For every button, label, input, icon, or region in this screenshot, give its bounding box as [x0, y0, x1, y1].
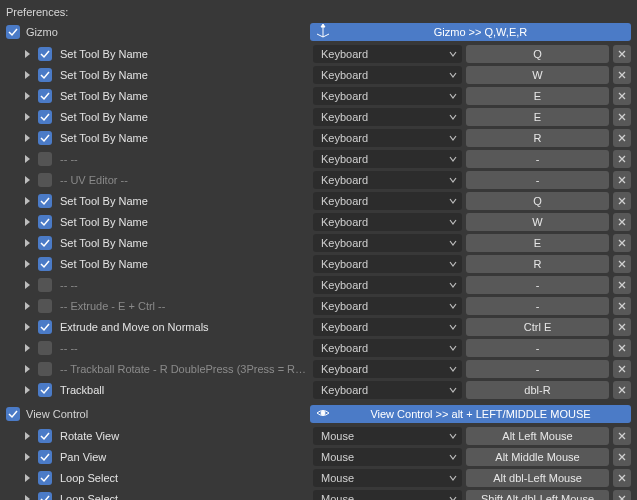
- delete-button[interactable]: [613, 45, 631, 63]
- shortcut-button[interactable]: R: [466, 255, 609, 273]
- row-checkbox[interactable]: [38, 320, 52, 334]
- shortcut-button[interactable]: Shift Alt dbl-Left Mouse: [466, 490, 609, 500]
- row-checkbox[interactable]: [38, 89, 52, 103]
- device-select[interactable]: Keyboard: [313, 87, 462, 105]
- row-checkbox[interactable]: [38, 236, 52, 250]
- shortcut-button[interactable]: R: [466, 129, 609, 147]
- expand-toggle[interactable]: [20, 362, 34, 376]
- row-checkbox[interactable]: [38, 429, 52, 443]
- shortcut-button[interactable]: Q: [466, 45, 609, 63]
- device-select[interactable]: Keyboard: [313, 255, 462, 273]
- delete-button[interactable]: [613, 276, 631, 294]
- shortcut-button[interactable]: -: [466, 360, 609, 378]
- shortcut-button[interactable]: E: [466, 87, 609, 105]
- section-banner-viewcontrol[interactable]: View Control >> alt + LEFT/MIDDLE MOUSE: [310, 405, 631, 423]
- shortcut-button[interactable]: Alt dbl-Left Mouse: [466, 469, 609, 487]
- delete-button[interactable]: [613, 234, 631, 252]
- row-checkbox[interactable]: [38, 68, 52, 82]
- delete-button[interactable]: [613, 469, 631, 487]
- expand-toggle[interactable]: [20, 278, 34, 292]
- delete-button[interactable]: [613, 129, 631, 147]
- device-select[interactable]: Mouse: [313, 469, 462, 487]
- shortcut-button[interactable]: -: [466, 339, 609, 357]
- shortcut-button[interactable]: W: [466, 66, 609, 84]
- row-checkbox[interactable]: [38, 173, 52, 187]
- device-select[interactable]: Keyboard: [313, 108, 462, 126]
- delete-button[interactable]: [613, 192, 631, 210]
- device-select[interactable]: Keyboard: [313, 213, 462, 231]
- delete-button[interactable]: [613, 87, 631, 105]
- shortcut-button[interactable]: -: [466, 150, 609, 168]
- device-select[interactable]: Keyboard: [313, 192, 462, 210]
- delete-button[interactable]: [613, 318, 631, 336]
- delete-button[interactable]: [613, 66, 631, 84]
- row-checkbox[interactable]: [38, 194, 52, 208]
- row-checkbox[interactable]: [38, 131, 52, 145]
- delete-button[interactable]: [613, 490, 631, 500]
- shortcut-button[interactable]: dbl-R: [466, 381, 609, 399]
- expand-toggle[interactable]: [20, 450, 34, 464]
- row-checkbox[interactable]: [38, 152, 52, 166]
- row-checkbox[interactable]: [38, 47, 52, 61]
- device-select[interactable]: Keyboard: [313, 318, 462, 336]
- expand-toggle[interactable]: [20, 257, 34, 271]
- shortcut-button[interactable]: E: [466, 234, 609, 252]
- expand-toggle[interactable]: [20, 47, 34, 61]
- delete-button[interactable]: [613, 255, 631, 273]
- expand-toggle[interactable]: [20, 236, 34, 250]
- expand-toggle[interactable]: [20, 68, 34, 82]
- device-select[interactable]: Mouse: [313, 448, 462, 466]
- shortcut-button[interactable]: Alt Left Mouse: [466, 427, 609, 445]
- shortcut-button[interactable]: -: [466, 171, 609, 189]
- delete-button[interactable]: [613, 448, 631, 466]
- delete-button[interactable]: [613, 339, 631, 357]
- delete-button[interactable]: [613, 171, 631, 189]
- device-select[interactable]: Keyboard: [313, 129, 462, 147]
- expand-toggle[interactable]: [20, 320, 34, 334]
- section-banner-gizmo[interactable]: Gizmo >> Q,W,E,R: [310, 23, 631, 41]
- row-checkbox[interactable]: [38, 450, 52, 464]
- expand-toggle[interactable]: [20, 173, 34, 187]
- device-select[interactable]: Keyboard: [313, 339, 462, 357]
- shortcut-button[interactable]: W: [466, 213, 609, 231]
- device-select[interactable]: Mouse: [313, 427, 462, 445]
- row-checkbox[interactable]: [38, 110, 52, 124]
- section-checkbox-viewcontrol[interactable]: [6, 407, 20, 421]
- device-select[interactable]: Keyboard: [313, 360, 462, 378]
- shortcut-button[interactable]: E: [466, 108, 609, 126]
- row-checkbox[interactable]: [38, 299, 52, 313]
- shortcut-button[interactable]: -: [466, 297, 609, 315]
- row-checkbox[interactable]: [38, 278, 52, 292]
- expand-toggle[interactable]: [20, 152, 34, 166]
- expand-toggle[interactable]: [20, 194, 34, 208]
- delete-button[interactable]: [613, 213, 631, 231]
- device-select[interactable]: Keyboard: [313, 66, 462, 84]
- expand-toggle[interactable]: [20, 110, 34, 124]
- row-checkbox[interactable]: [38, 341, 52, 355]
- expand-toggle[interactable]: [20, 429, 34, 443]
- row-checkbox[interactable]: [38, 492, 52, 500]
- delete-button[interactable]: [613, 360, 631, 378]
- expand-toggle[interactable]: [20, 89, 34, 103]
- device-select[interactable]: Keyboard: [313, 171, 462, 189]
- delete-button[interactable]: [613, 108, 631, 126]
- delete-button[interactable]: [613, 427, 631, 445]
- row-checkbox[interactable]: [38, 362, 52, 376]
- delete-button[interactable]: [613, 150, 631, 168]
- row-checkbox[interactable]: [38, 215, 52, 229]
- expand-toggle[interactable]: [20, 215, 34, 229]
- expand-toggle[interactable]: [20, 471, 34, 485]
- device-select[interactable]: Keyboard: [313, 150, 462, 168]
- shortcut-button[interactable]: Q: [466, 192, 609, 210]
- expand-toggle[interactable]: [20, 341, 34, 355]
- expand-toggle[interactable]: [20, 299, 34, 313]
- shortcut-button[interactable]: Ctrl E: [466, 318, 609, 336]
- expand-toggle[interactable]: [20, 492, 34, 500]
- device-select[interactable]: Keyboard: [313, 297, 462, 315]
- expand-toggle[interactable]: [20, 131, 34, 145]
- expand-toggle[interactable]: [20, 383, 34, 397]
- device-select[interactable]: Keyboard: [313, 234, 462, 252]
- delete-button[interactable]: [613, 381, 631, 399]
- row-checkbox[interactable]: [38, 383, 52, 397]
- row-checkbox[interactable]: [38, 257, 52, 271]
